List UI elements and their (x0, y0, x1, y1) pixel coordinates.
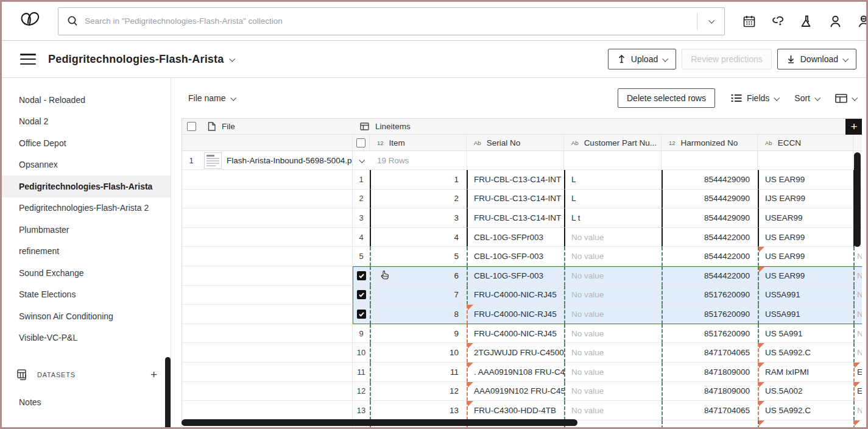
table-row[interactable]: 11FRU-CBL-C13-C14-INTL8544429090US EAR99 (182, 170, 862, 190)
cell-item[interactable]: 9 (370, 324, 467, 344)
table-row[interactable]: 6CBL-10G-SFP-003No value8544422000US EAR… (182, 266, 862, 286)
add-dataset-button[interactable]: + (150, 368, 157, 381)
cell-harmonized-no[interactable]: 8544429090 (662, 190, 758, 209)
cell-serial-no[interactable]: FRU-CBL-C13-C14-INT (467, 190, 564, 209)
cell-customer-part[interactable]: No value (564, 401, 662, 420)
sidebar-item[interactable]: refinement (2, 241, 171, 263)
table-row[interactable]: 33FRU-CBL-C13-C14-INTL t8544429090USEAR9… (182, 208, 862, 228)
lineitems-column-header[interactable]: Lineitems (353, 119, 845, 135)
cell-serial-no[interactable]: CBL-10G-SFPr003 (467, 228, 564, 247)
cell-serial-no[interactable]: 2TGJWUJD FRU-C4500- (467, 343, 564, 363)
search-dropdown-chevron-icon[interactable] (697, 8, 724, 35)
row-checkbox-checked[interactable] (357, 310, 366, 319)
row-select-cell[interactable]: 10 (353, 343, 370, 363)
cell-customer-part[interactable]: No value (564, 324, 662, 344)
cell-item[interactable]: 12 (370, 382, 467, 402)
sidebar-item-datasets[interactable]: DATASETS + (2, 363, 171, 386)
cell-next-clipped[interactable] (853, 420, 862, 427)
fields-dropdown[interactable]: Fields (731, 93, 778, 103)
cell-serial-no[interactable]: FRU-C4300-HDD-4TB (467, 401, 564, 420)
row-checkbox-checked[interactable] (357, 271, 366, 280)
table-vertical-scrollbar[interactable] (854, 152, 861, 247)
sidebar-item[interactable]: Office Depot (2, 132, 171, 154)
table-horizontal-scrollbar[interactable] (182, 419, 577, 426)
cell-customer-part[interactable]: L t (564, 208, 662, 228)
cell-item[interactable]: 10 (370, 343, 467, 363)
row-select-cell[interactable] (353, 305, 370, 324)
sidebar-item[interactable]: Opsannex (2, 154, 171, 176)
help-icon[interactable] (771, 14, 785, 29)
cell-item[interactable]: 11 (370, 363, 467, 382)
cell-customer-part[interactable]: L (564, 170, 662, 190)
sidebar-item[interactable]: Pedigritechnologies-Flash-Arista 2 (2, 197, 171, 219)
row-select-cell[interactable]: 1 (353, 170, 370, 190)
sidebar-item[interactable]: Nodal 2 (2, 111, 171, 133)
search-box[interactable] (58, 7, 725, 35)
row-select-cell[interactable]: 11 (353, 363, 370, 382)
cell-eccn[interactable]: US 5A992.C (758, 420, 853, 427)
cell-harmonized-no[interactable]: 8544422000 (662, 228, 758, 247)
cell-eccn[interactable]: RAM IxIPMI (758, 363, 853, 382)
sort-dropdown[interactable]: Sort (794, 93, 819, 103)
row-select-cell[interactable] (353, 286, 370, 305)
row-select-cell[interactable]: 4 (353, 228, 370, 247)
cell-item[interactable]: 5 (370, 247, 467, 266)
user-icon[interactable] (828, 14, 842, 29)
cell-customer-part[interactable]: No value (564, 363, 662, 382)
row-select-cell[interactable] (353, 266, 370, 286)
row-select-cell[interactable]: 13 (353, 401, 370, 420)
cell-item[interactable]: 4 (370, 228, 467, 247)
cell-eccn[interactable]: US 5A991 (758, 324, 853, 344)
cell-item[interactable]: 6 (370, 266, 467, 286)
cell-serial-no[interactable]: FRU-C4000-NIC-RJ45 (467, 286, 564, 305)
cell-eccn[interactable]: US 5A992.C (758, 401, 853, 420)
cell-harmonized-no[interactable]: 8544429090 (662, 170, 758, 190)
cell-eccn[interactable]: US EAR99 (758, 266, 853, 286)
title-chevron-icon[interactable] (230, 55, 236, 62)
delete-selected-rows-button[interactable]: Delete selected rows (618, 88, 715, 108)
cell-eccn[interactable]: US5A991 (758, 305, 853, 324)
cell-harmonized-no[interactable]: 8471809000 (662, 363, 758, 382)
cell-eccn[interactable]: US EAR99 (758, 247, 853, 266)
cell-serial-no[interactable]: FRU-CBL-C13-C14-INT (467, 208, 564, 228)
cell-eccn[interactable]: US EAR99 (758, 228, 853, 247)
row-select-cell[interactable]: 12 (353, 382, 370, 402)
cell-next-clipped[interactable]: No value (853, 305, 862, 324)
cell-serial-no[interactable]: CBL-10G-SFP-003 (467, 247, 564, 266)
select-all-files-checkbox[interactable] (187, 122, 196, 131)
cell-customer-part[interactable]: No value (564, 382, 662, 402)
cell-next-clipped[interactable]: No value (853, 286, 862, 305)
cell-item[interactable]: 13 (370, 401, 467, 420)
table-row[interactable]: 44CBL-10G-SFPr003No value8544422000US EA… (182, 228, 862, 247)
table-row[interactable]: 1212AAA0919N102 FRU-C450No value84718090… (182, 382, 862, 402)
expand-file-chevron-icon[interactable] (353, 151, 370, 170)
cell-eccn[interactable]: US.5A002 (758, 382, 853, 402)
review-predictions-button[interactable]: Review predictions (682, 49, 772, 69)
layout-view-dropdown[interactable] (835, 94, 856, 103)
cell-harmonized-no[interactable]: 8471809000 (662, 382, 758, 402)
column-header-eccn[interactable]: AbECCN (758, 135, 853, 151)
row-select-cell[interactable]: 5 (353, 247, 370, 266)
cell-next-clipped[interactable]: No value (853, 343, 862, 363)
cell-harmonized-no[interactable]: 8471704065 (662, 343, 758, 363)
column-header-customer_part[interactable]: AbCustomer Part Nu... (564, 135, 662, 151)
cell-harmonized-no[interactable]: 8544429090 (662, 208, 758, 228)
cell-serial-no[interactable]: FRU-C4000-NIC-RJ45 (467, 324, 564, 344)
cell-serial-no[interactable]: AAA0919N102 FRU-C450 (467, 382, 564, 402)
cell-customer-part[interactable]: No value (564, 305, 662, 324)
sidebar-item[interactable]: State Elections (2, 284, 171, 306)
file-row[interactable]: 1 Flash-Arista-Inbound-5698-5004.pd 19 R… (182, 151, 862, 170)
cell-eccn[interactable]: IJS EAR99 (758, 190, 853, 209)
column-header-serial[interactable]: AbSerial No (467, 135, 564, 151)
cell-customer-part[interactable]: No value (564, 420, 662, 427)
column-header-harmonized[interactable]: 12Harmonized No (662, 135, 758, 151)
cell-serial-no[interactable]: . AAA0919N108 FRU-C45 (467, 363, 564, 382)
cell-next-clipped[interactable]: No value (853, 266, 862, 286)
cell-serial-no[interactable]: FRU-CBL-C13-C14-INT (467, 170, 564, 190)
table-row[interactable]: 1313FRU-C4300-HDD-4TBNo value8471704065U… (182, 401, 862, 420)
butterfly-logo-icon[interactable] (18, 9, 42, 34)
cell-next-clipped[interactable]: EAR99 (853, 363, 862, 382)
cell-eccn[interactable]: US 5A992.C (758, 343, 853, 363)
cell-serial-no[interactable]: CBL-10G-SFP-003 (467, 266, 564, 286)
cell-next-clipped[interactable]: EAR99 (853, 382, 862, 402)
